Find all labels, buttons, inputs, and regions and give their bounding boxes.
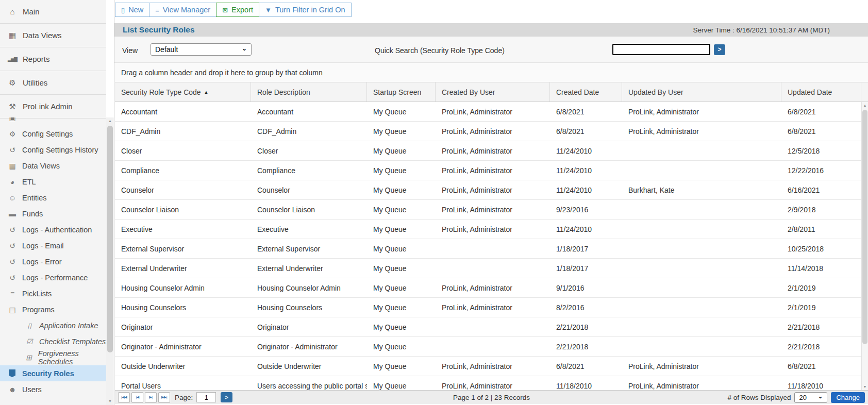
- column-header[interactable]: Created Date: [550, 82, 622, 102]
- quick-search-input[interactable]: [612, 44, 710, 55]
- sidebar-item-clipped[interactable]: ▣: [0, 117, 106, 126]
- table-row[interactable]: External Underwriter External Underwrite…: [115, 259, 868, 278]
- pie-chart-icon: ◕: [8, 178, 17, 186]
- table-row[interactable]: Originator - Administrator Originator - …: [115, 337, 868, 357]
- last-page-button[interactable]: ▶▶|: [158, 392, 170, 403]
- page-title: List Security Roles: [123, 25, 195, 35]
- cell-startup-screen: My Queue: [367, 122, 436, 141]
- column-header[interactable]: Updated Date: [781, 82, 861, 102]
- table-row[interactable]: Outside Underwriter Outside Underwriter …: [115, 357, 868, 376]
- sidebar-item-users[interactable]: ☻ Users: [0, 381, 106, 397]
- cell-role-description: Closer: [251, 141, 367, 160]
- shield-icon: [9, 369, 15, 377]
- cell-updated-date: 2/21/2018: [781, 317, 861, 336]
- sidebar-item-label: Utilities: [23, 78, 47, 87]
- cell-role-description: Originator: [251, 317, 367, 336]
- first-page-button[interactable]: |◀◀: [118, 392, 130, 403]
- sidebar-item-main[interactable]: ⌂ Main: [0, 0, 106, 24]
- cell-role-description: External Underwriter: [251, 259, 367, 278]
- change-button[interactable]: Change: [831, 392, 865, 403]
- sidebar-item-picklists[interactable]: ≡ PickLists: [0, 285, 106, 301]
- cell-updated-by-user: [622, 298, 781, 317]
- sidebar-item-label: Data Views: [22, 162, 60, 170]
- sidebar-item-logs-error[interactable]: ↺ Logs - Error: [0, 254, 106, 269]
- column-header[interactable]: Created By User: [436, 82, 550, 102]
- quick-search-go-button[interactable]: >: [714, 44, 725, 55]
- sidebar-item-security-roles[interactable]: Security Roles: [0, 365, 106, 381]
- column-header[interactable]: Security Role Type Code ▲: [115, 82, 251, 102]
- sidebar-item-reports[interactable]: ▂▅▇ Reports: [0, 47, 106, 71]
- table-row[interactable]: Accountant Accountant My Queue ProLink, …: [115, 102, 868, 122]
- sidebar-item-checklist-templates[interactable]: ☑ Checklist Templates: [0, 333, 106, 349]
- cell-created-by-user: [436, 317, 550, 336]
- sidebar-item-utilities[interactable]: ⚙ Utilities: [0, 71, 106, 95]
- main-content: ▯ New ≡ View Manager ⊠ Export ▼ Turn Fil…: [114, 0, 868, 405]
- table-row[interactable]: Compliance Compliance My Queue ProLink, …: [115, 161, 868, 180]
- scroll-down-icon[interactable]: ▼: [106, 398, 114, 405]
- sidebar-item-label: Logs - Performance: [22, 274, 88, 282]
- table-row[interactable]: External Supervisor External Supervisor …: [115, 239, 868, 259]
- sidebar-item-logs-email[interactable]: ↺ Logs - Email: [0, 238, 106, 254]
- table-row[interactable]: CDF_Admin CDF_Admin My Queue ProLink, Ad…: [115, 122, 868, 141]
- sidebar-item-label: Programs: [22, 306, 55, 314]
- grid-vertical-scrollbar[interactable]: ▲ ▼: [861, 102, 868, 390]
- cell-updated-date: 11/18/2010: [781, 376, 861, 390]
- title-bar: List Security Roles Server Time : 6/16/2…: [114, 23, 868, 37]
- cell-startup-screen: My Queue: [367, 357, 436, 376]
- sidebar: ⌂ Main ▦ Data Views ▂▅▇ Reports ⚙ Utilit…: [0, 0, 106, 405]
- view-select[interactable]: Default ⌄: [151, 43, 252, 56]
- page-go-button[interactable]: >: [221, 392, 232, 402]
- cell-security-role-type-code: Accountant: [115, 102, 251, 121]
- sidebar-item-funds[interactable]: ▬ Funds: [0, 206, 106, 222]
- sidebar-item-entities[interactable]: ☺ Entities: [0, 190, 106, 206]
- scroll-up-icon[interactable]: ▲: [106, 117, 114, 125]
- sidebar-scrollbar-track[interactable]: ▲ ▼: [106, 117, 114, 405]
- clipped-icon: ▣: [8, 117, 17, 122]
- table-row[interactable]: Housing Counselor Admin Housing Counselo…: [115, 278, 868, 298]
- sidebar-item-application-intake[interactable]: ▯ Application Intake: [0, 317, 106, 333]
- history-icon: ↺: [8, 242, 17, 250]
- sidebar-item-data-views-admin[interactable]: ▦ Data Views: [0, 158, 106, 174]
- sidebar-item-logs-authentication[interactable]: ↺ Logs - Authentication: [0, 222, 106, 238]
- rows-displayed-select[interactable]: 20 ⌄: [794, 392, 827, 403]
- cell-updated-date: 10/25/2018: [781, 239, 861, 258]
- scroll-up-icon[interactable]: ▲: [862, 102, 868, 109]
- sidebar-item-programs[interactable]: ▤ Programs: [0, 301, 106, 317]
- grid-scrollbar-thumb[interactable]: [862, 110, 867, 344]
- page-number-input[interactable]: [196, 392, 216, 402]
- briefcase-icon: ▤: [8, 306, 17, 314]
- turn-filter-button[interactable]: ▼ Turn Filter in Grid On: [259, 3, 352, 17]
- column-header[interactable]: Role Description: [251, 82, 367, 102]
- cell-role-description: Compliance: [251, 161, 367, 180]
- sidebar-scrollbar-thumb[interactable]: [107, 126, 113, 352]
- table-row[interactable]: Executive Executive My Queue ProLink, Ad…: [115, 220, 868, 239]
- chevron-down-icon: ⌄: [817, 393, 823, 400]
- table-row[interactable]: Portal Users Users accessing the public …: [115, 376, 868, 390]
- cell-created-date: 6/8/2021: [550, 357, 622, 376]
- prev-page-button[interactable]: |◀: [131, 392, 143, 403]
- cell-startup-screen: My Queue: [367, 180, 436, 199]
- cell-created-by-user: ProLink, Administrator: [436, 161, 550, 180]
- table-row[interactable]: Housing Counselors Housing Counselors My…: [115, 298, 868, 317]
- table-row[interactable]: Closer Closer My Queue ProLink, Administ…: [115, 141, 868, 161]
- column-header[interactable]: Updated By User: [622, 82, 781, 102]
- group-by-bar[interactable]: Drag a column header and drop it here to…: [115, 63, 868, 82]
- table-row[interactable]: Originator Originator My Queue 2/21/2018…: [115, 317, 868, 337]
- table-row[interactable]: Counselor Liaison Counselor Liaison My Q…: [115, 200, 868, 220]
- new-button[interactable]: ▯ New: [115, 3, 149, 17]
- sidebar-item-logs-performance[interactable]: ↺ Logs - Performance: [0, 269, 106, 285]
- cell-role-description: External Supervisor: [251, 239, 367, 258]
- export-button[interactable]: ⊠ Export: [216, 3, 259, 17]
- table-row[interactable]: Counselor Counselor My Queue ProLink, Ad…: [115, 180, 868, 200]
- next-page-button[interactable]: ▶|: [145, 392, 157, 403]
- scroll-down-icon[interactable]: ▼: [862, 383, 868, 390]
- column-header[interactable]: Startup Screen: [367, 82, 436, 102]
- sidebar-item-prolink-admin[interactable]: ⚒ ProLink Admin: [0, 95, 106, 119]
- cell-created-by-user: ProLink, Administrator: [436, 122, 550, 141]
- sidebar-item-forgiveness-schedules[interactable]: ⊞ Forgiveness Schedules: [0, 349, 106, 365]
- sidebar-item-config-settings[interactable]: ⚙ Config Settings: [0, 126, 106, 142]
- sidebar-item-config-settings-history[interactable]: ↺ Config Settings History: [0, 142, 106, 158]
- view-manager-button[interactable]: ≡ View Manager: [149, 3, 216, 17]
- sidebar-item-etl[interactable]: ◕ ETL: [0, 174, 106, 190]
- sidebar-item-data-views[interactable]: ▦ Data Views: [0, 24, 106, 47]
